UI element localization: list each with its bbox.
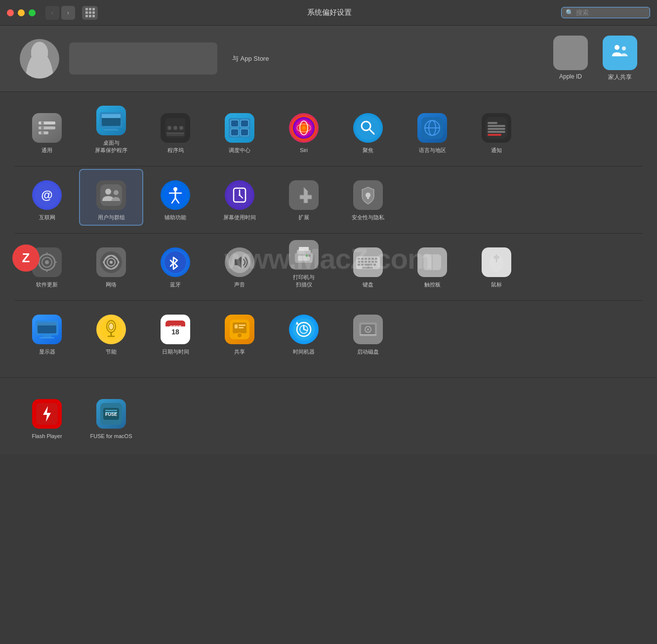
apple-id-icon-bg xyxy=(553,36,588,70)
svg-rect-106 xyxy=(40,337,54,338)
pref-printers[interactable]: 打印机与扫描仪 xyxy=(272,236,336,293)
close-button[interactable] xyxy=(7,9,14,16)
users-groups-label: 用户与群组 xyxy=(98,214,125,221)
search-input[interactable] xyxy=(576,9,640,16)
back-button[interactable]: ‹ xyxy=(45,6,59,20)
section-hardware: 软件更新 网络 xyxy=(15,236,642,293)
pref-security-privacy[interactable]: 安全性与隐私 xyxy=(336,169,400,226)
printers-icon xyxy=(289,240,319,270)
svg-rect-88 xyxy=(361,261,364,263)
fuse-label: FUSE for macOS xyxy=(90,433,132,440)
grid-view-button[interactable] xyxy=(82,6,98,20)
flash-player-label: Flash Player xyxy=(32,433,62,440)
bluetooth-label: 蓝牙 xyxy=(170,281,181,288)
forward-button[interactable]: › xyxy=(61,6,75,20)
search-box[interactable]: 🔍 xyxy=(561,7,650,18)
fuse-icon: FUSE xyxy=(96,399,126,429)
svg-rect-35 xyxy=(488,134,501,136)
svg-rect-90 xyxy=(368,261,370,263)
pref-siri[interactable]: Siri xyxy=(272,102,336,159)
sound-icon xyxy=(225,247,254,277)
pref-mission-control[interactable]: 调度中心 xyxy=(207,102,272,159)
section-system: 显示器 节能 xyxy=(15,303,642,360)
minimize-button[interactable] xyxy=(18,9,25,16)
date-time-icon: GTST 18 xyxy=(161,315,190,344)
svg-rect-42 xyxy=(100,184,122,206)
bluetooth-icon xyxy=(161,247,190,277)
svg-rect-75 xyxy=(298,256,310,261)
siri-icon xyxy=(289,113,319,143)
avatar-silhouette xyxy=(20,39,59,79)
svg-text:@: @ xyxy=(41,188,52,201)
pref-trackpad[interactable]: 触控板 xyxy=(400,236,464,293)
pref-extensions[interactable]: 扩展 xyxy=(272,169,336,226)
pref-users-groups[interactable]: 用户与群组 xyxy=(79,169,143,226)
pref-dock[interactable]: 程序坞 xyxy=(143,102,207,159)
pref-displays[interactable]: 显示器 xyxy=(15,303,79,360)
divider-1 xyxy=(15,166,642,166)
language-icon xyxy=(417,113,447,143)
extensions-icon xyxy=(289,180,319,210)
icloud-label: 与 App Store xyxy=(232,54,269,63)
pref-internet-accounts[interactable]: @ 互联网 xyxy=(15,169,79,226)
maximize-button[interactable] xyxy=(29,9,36,16)
pref-accessibility[interactable]: 辅助功能 xyxy=(143,169,207,226)
pref-sharing[interactable]: 共享 xyxy=(207,303,272,360)
pref-language[interactable]: 语言与地区 xyxy=(400,102,464,159)
notifications-label: 通知 xyxy=(491,147,502,154)
pref-flash-player[interactable]: Flash Player xyxy=(15,388,79,444)
apple-id-label: Apple ID xyxy=(559,73,582,80)
energy-saver-icon xyxy=(96,315,126,344)
svg-rect-135 xyxy=(360,334,376,335)
sharing-label: 共享 xyxy=(234,348,245,355)
svg-point-102 xyxy=(493,255,499,259)
pref-mouse[interactable]: 鼠标 xyxy=(464,236,529,293)
pref-energy-saver[interactable]: 节能 xyxy=(79,303,143,360)
system-grid: 显示器 节能 xyxy=(15,303,642,360)
pref-notifications[interactable]: 通知 xyxy=(464,102,529,159)
svg-line-124 xyxy=(236,333,238,334)
svg-rect-85 xyxy=(371,258,374,260)
pref-time-machine[interactable]: 时间机器 xyxy=(272,303,336,360)
main-content: 通用 桌面与屏幕保护程序 xyxy=(0,92,657,377)
svg-rect-83 xyxy=(365,258,367,260)
section-accounts: @ 互联网 用户与群组 xyxy=(15,169,642,226)
family-sharing-icon xyxy=(610,41,630,65)
pref-keyboard[interactable]: 键盘 xyxy=(336,236,400,293)
bottom-section: Flash Player FUSE FUSE for macOS xyxy=(0,377,657,454)
profile-info-box[interactable] xyxy=(69,42,217,75)
svg-point-78 xyxy=(309,255,311,257)
svg-rect-37 xyxy=(488,128,505,130)
printers-label: 打印机与扫描仪 xyxy=(293,274,315,288)
svg-rect-122 xyxy=(239,327,244,328)
displays-icon xyxy=(32,315,62,344)
pref-bluetooth[interactable]: 蓝牙 xyxy=(143,236,207,293)
pref-fuse[interactable]: FUSE FUSE for macOS xyxy=(79,388,143,444)
pref-spotlight[interactable]: 聚焦 xyxy=(336,102,400,159)
pref-screen-time[interactable]: 屏幕使用时间 xyxy=(207,169,272,226)
mouse-label: 鼠标 xyxy=(491,281,502,288)
personal-grid: 通用 桌面与屏幕保护程序 xyxy=(15,102,642,159)
pref-startup-disk[interactable]: 启动磁盘 xyxy=(336,303,400,360)
family-sharing-item[interactable]: 家人共享 xyxy=(603,36,637,81)
desktop-icon xyxy=(96,106,126,135)
svg-rect-141 xyxy=(105,412,117,413)
pref-general[interactable]: 通用 xyxy=(15,102,79,159)
svg-point-71 xyxy=(110,261,113,264)
svg-rect-77 xyxy=(299,247,309,251)
pref-date-time[interactable]: GTST 18 日期与时间 xyxy=(143,303,207,360)
accessibility-label: 辅助功能 xyxy=(164,214,186,221)
apple-id-item[interactable]: Apple ID xyxy=(553,36,588,80)
svg-rect-59 xyxy=(367,196,369,199)
svg-rect-93 xyxy=(358,264,360,266)
family-sharing-icon-bg xyxy=(603,36,637,70)
family-sharing-label: 家人共享 xyxy=(608,73,632,81)
displays-label: 显示器 xyxy=(39,348,55,355)
svg-point-134 xyxy=(367,328,369,330)
network-icon xyxy=(96,247,126,277)
svg-rect-96 xyxy=(373,264,376,266)
svg-rect-12 xyxy=(102,114,121,118)
pref-network[interactable]: 网络 xyxy=(79,236,143,293)
pref-desktop[interactable]: 桌面与屏幕保护程序 xyxy=(79,102,143,159)
pref-sound[interactable]: 声音 xyxy=(207,236,272,293)
